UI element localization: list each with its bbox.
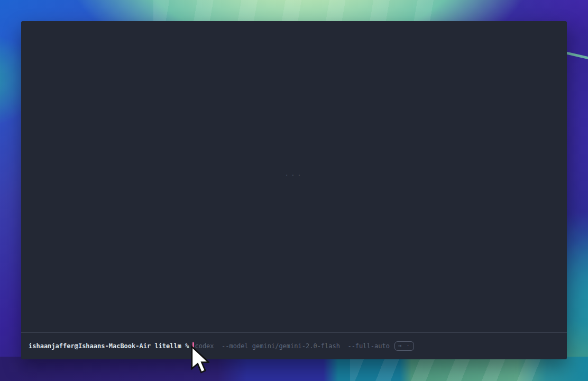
terminal-prompt-bar[interactable]: ishaanjaffer@Ishaans-MacBook-Air litellm… [21, 333, 567, 359]
loading-ellipsis: ··· [21, 171, 567, 179]
shell-prompt: ishaanjaffer@Ishaans-MacBook-Air litellm… [29, 342, 189, 350]
text-cursor-beam [192, 342, 194, 350]
autosuggestion-text: codex --model gemini/gemini-2.0-flash --… [195, 342, 389, 350]
autosuggest-accept-key-hint: → · [394, 341, 414, 351]
terminal-window[interactable]: ··· ishaanjaffer@Ishaans-MacBook-Air lit… [21, 21, 567, 359]
wallpaper-bottom-streaks [350, 357, 551, 381]
wallpaper-light-rays [153, 0, 449, 22]
desktop: { "terminal": { "loading_indicator": "··… [0, 0, 588, 381]
terminal-output-area[interactable]: ··· [21, 21, 567, 332]
